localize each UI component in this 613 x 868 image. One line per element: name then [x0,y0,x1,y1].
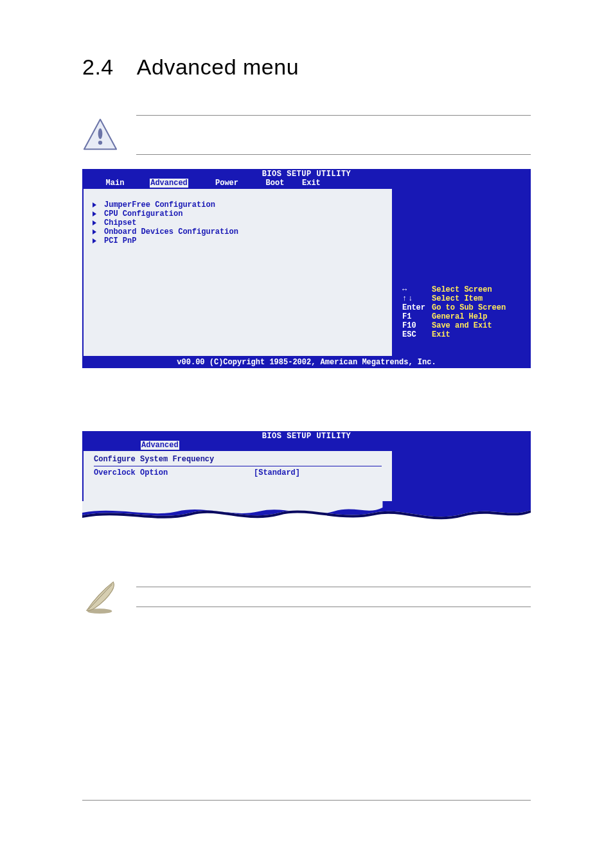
help-key: ↔ [402,285,432,294]
bios-tab-exit[interactable]: Exit [302,179,330,188]
triangle-right-icon [93,211,96,217]
bios-help-pane [393,451,529,501]
section-number: 2.4 [82,55,114,80]
help-label: Select Item [432,294,483,303]
bios-config-panel: Configure System Frequency Overclock Opt… [84,451,393,501]
bios-screen-advanced: BIOS SETUP UTILITY Main Advanced Power B… [82,169,531,368]
divider [136,115,531,116]
help-key: F1 [402,312,432,321]
bios-title: BIOS SETUP UTILITY [82,432,531,441]
bios-tab-advanced[interactable]: Advanced [140,441,189,450]
help-key: Enter [402,303,432,312]
svg-point-1 [98,128,103,139]
footer-rule [82,800,531,801]
bios-help-pane: ↔Select Screen ↑↓Select Item EnterGo to … [393,189,529,356]
bios-tab-bar: Main Advanced Power Boot Exit [82,179,531,189]
caution-text-area [136,115,531,155]
help-key: ESC [402,330,432,339]
divider [136,607,531,607]
bios-item-jumperfree[interactable]: JumperFree Configuration [95,200,386,209]
note-block [82,578,531,616]
bios-item-onboard[interactable]: Onboard Devices Configuration [95,227,386,236]
section-name: Advanced menu [137,55,299,79]
help-label: Save and Exit [432,321,492,330]
bios-tab-power[interactable]: Power [206,179,257,188]
caution-icon [82,116,118,154]
option-label: Overclock Option [94,468,254,477]
bios-item-cpu[interactable]: CPU Configuration [95,209,386,218]
help-key: F10 [402,321,432,330]
bios-tab-advanced[interactable]: Advanced [141,179,206,188]
torn-edge-icon [82,501,531,527]
option-overclock[interactable]: Overclock Option [Standard] [94,468,382,477]
bios-tab-boot[interactable]: Boot [257,179,302,188]
bios-title: BIOS SETUP UTILITY [82,170,531,179]
help-key: ↑↓ [402,294,432,303]
divider [136,154,531,155]
panel-heading: Configure System Frequency [94,455,382,466]
divider [136,587,531,587]
bios-item-chipset[interactable]: Chipset [95,218,386,227]
quill-icon [82,578,120,616]
caution-block [82,115,531,155]
option-value: [Standard] [254,468,300,477]
bios-tab-main[interactable]: Main [98,179,141,188]
help-label: Exit [432,330,450,339]
help-label: Select Screen [432,285,492,294]
triangle-right-icon [93,229,96,235]
triangle-right-icon [93,202,96,208]
triangle-right-icon [93,238,96,244]
bios-screen-jumperfree: BIOS SETUP UTILITY Advanced Configure Sy… [82,431,531,527]
bios-item-pcipnp[interactable]: PCI PnP [95,236,386,245]
triangle-right-icon [93,220,96,226]
help-label: General Help [432,312,487,321]
note-text-area [136,587,531,607]
help-label: Go to Sub Screen [432,303,506,312]
bios-menu-list: JumperFree Configuration CPU Configurati… [84,189,393,356]
bios-copyright: v00.00 (C)Copyright 1985-2002, American … [82,357,531,368]
svg-point-2 [98,141,102,145]
section-title: 2.4 Advanced menu [82,55,531,80]
